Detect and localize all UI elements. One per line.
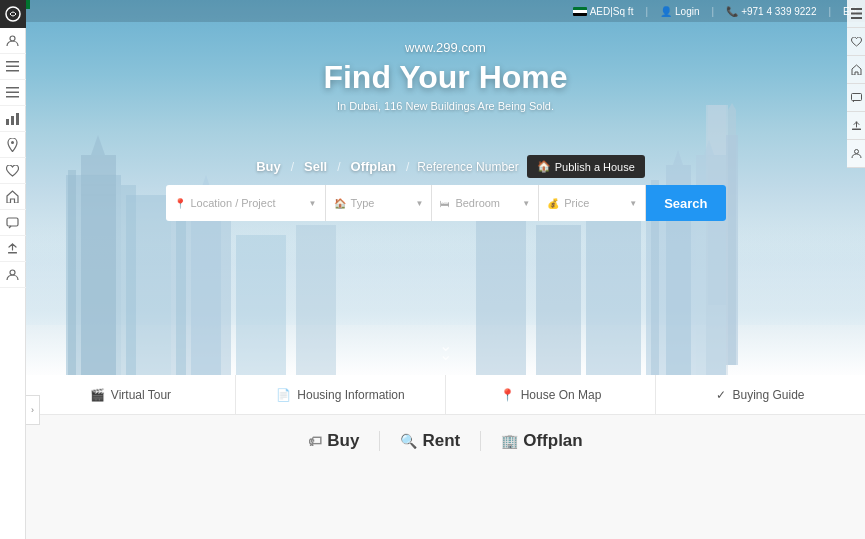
bedroom-icon: 🛏 (440, 198, 450, 209)
chevron-down-icon-4: ▼ (629, 199, 637, 208)
svg-point-11 (11, 141, 14, 144)
housing-info-label: Housing Information (297, 388, 404, 402)
sidebar-icon-user2[interactable] (0, 262, 26, 288)
type-field[interactable]: 🏠 Type ▼ (326, 185, 433, 221)
login-icon: 👤 (660, 6, 672, 17)
nav-buying-guide[interactable]: ✓ Buying Guide (656, 375, 865, 414)
right-icon-heart[interactable] (847, 28, 865, 56)
cat-tab-rent[interactable]: 🔍 Rent (380, 431, 481, 451)
phone-number[interactable]: 📞 +971 4 339 9222 (726, 6, 816, 17)
svg-rect-33 (586, 210, 641, 375)
city-skyline (26, 95, 865, 375)
search-bar: 📍 Location / Project ▼ 🏠 Type ▼ 🛏 Bedroo… (166, 185, 726, 221)
cat-rent-label: Rent (422, 431, 460, 451)
hero-subtitle: In Dubai, 116 New Buildings Are Being So… (26, 100, 865, 112)
svg-rect-13 (8, 252, 17, 254)
house-on-map-label: House On Map (521, 388, 602, 402)
sidebar-icon-menu1[interactable] (0, 54, 26, 80)
divider3: | (828, 6, 831, 17)
type-placeholder: Type (351, 197, 375, 209)
location-icon: 📍 (174, 198, 186, 209)
chevron-down-icon: ▼ (309, 199, 317, 208)
location-field[interactable]: 📍 Location / Project ▼ (166, 185, 326, 221)
category-section: 🏷 Buy 🔍 Rent 🏢 Offplan 📹 📹 1 ♡ + (26, 415, 865, 539)
nav-house-on-map[interactable]: 📍 House On Map (446, 375, 656, 414)
svg-rect-24 (121, 185, 136, 375)
chevron-down-icon-3: ▼ (522, 199, 530, 208)
right-icon-upload[interactable] (847, 112, 865, 140)
svg-rect-12 (7, 218, 18, 226)
type-icon: 🏠 (334, 198, 346, 209)
svg-rect-7 (6, 96, 19, 98)
svg-rect-46 (851, 93, 861, 100)
home-icon: 🏠 (537, 160, 551, 173)
rent-icon: 🔍 (400, 433, 417, 449)
sidebar-left (0, 0, 26, 539)
currency-selector[interactable]: AED|Sq ft (573, 6, 634, 17)
divider2: | (712, 6, 715, 17)
sidebar-icon-upload[interactable] (0, 236, 26, 262)
flag-icon (573, 7, 587, 16)
cat-tab-offplan[interactable]: 🏢 Offplan (481, 431, 603, 451)
search-button[interactable]: Search (646, 185, 725, 221)
phone-label: +971 4 339 9222 (741, 6, 816, 17)
svg-point-1 (10, 36, 15, 41)
svg-rect-2 (6, 61, 19, 63)
svg-rect-32 (536, 225, 581, 375)
svg-rect-44 (851, 13, 862, 15)
virtual-tour-icon: 🎬 (90, 388, 105, 402)
price-field[interactable]: 💰 Price ▼ (539, 185, 646, 221)
nav-tab-offplan[interactable]: Offplan (341, 155, 407, 178)
svg-rect-5 (6, 87, 19, 89)
sidebar-icon-home[interactable] (0, 184, 26, 210)
right-icon-list[interactable] (847, 0, 865, 28)
sidebar-icon-profile[interactable] (0, 28, 26, 54)
sidebar-icon-chat[interactable] (0, 210, 26, 236)
svg-rect-29 (236, 235, 286, 375)
nav-ref-number[interactable]: Reference Number (409, 156, 526, 178)
sidebar-logo[interactable] (0, 0, 26, 28)
nav-housing-info[interactable]: 📄 Housing Information (236, 375, 446, 414)
publish-label: Publish a House (555, 161, 635, 173)
sidebar-icon-location[interactable] (0, 132, 26, 158)
svg-rect-20 (68, 170, 76, 375)
chevron-down-icon-2: ▼ (415, 199, 423, 208)
bedroom-field[interactable]: 🛏 Bedroom ▼ (432, 185, 539, 221)
svg-rect-10 (16, 113, 19, 125)
svg-rect-31 (476, 205, 526, 375)
housing-info-icon: 📄 (276, 388, 291, 402)
cat-tab-buy[interactable]: 🏷 Buy (288, 431, 380, 451)
cat-offplan-label: Offplan (523, 431, 583, 451)
scroll-down-indicator[interactable]: ⌄ ⌄ (439, 341, 452, 360)
right-icon-home[interactable] (847, 56, 865, 84)
nav-tab-buy[interactable]: Buy (246, 155, 291, 178)
svg-rect-21 (81, 155, 116, 375)
svg-rect-45 (851, 17, 862, 19)
location-placeholder: Location / Project (191, 197, 276, 209)
svg-rect-26 (176, 195, 186, 375)
hero-title: Find Your Home (26, 59, 865, 96)
expand-sidebar-button[interactable]: › (26, 395, 40, 425)
sidebar-icon-heart[interactable] (0, 158, 26, 184)
svg-rect-3 (6, 66, 19, 68)
nav-tab-sell[interactable]: Sell (294, 155, 337, 178)
login-label: Login (675, 6, 699, 17)
svg-rect-4 (6, 70, 19, 72)
sidebar-icon-chart[interactable] (0, 106, 26, 132)
price-placeholder: Price (564, 197, 589, 209)
hero-section: AED|Sq ft | 👤 Login | 📞 +971 4 339 9222 … (26, 0, 865, 375)
svg-rect-9 (11, 116, 14, 125)
sidebar-icon-menu2[interactable] (0, 80, 26, 106)
property-nav-tabs: Buy / Sell / Offplan / Reference Number … (26, 155, 865, 178)
phone-icon: 📞 (726, 6, 738, 17)
cat-buy-label: Buy (327, 431, 359, 451)
right-icon-message[interactable] (847, 84, 865, 112)
publish-button[interactable]: 🏠 Publish a House (527, 155, 645, 178)
svg-point-0 (6, 7, 20, 21)
divider1: | (645, 6, 648, 17)
nav-virtual-tour[interactable]: 🎬 Virtual Tour (26, 375, 236, 414)
right-icon-user[interactable] (847, 140, 865, 168)
login-button[interactable]: 👤 Login (660, 6, 699, 17)
svg-rect-43 (851, 8, 862, 10)
currency-label: AED|Sq ft (590, 6, 634, 17)
